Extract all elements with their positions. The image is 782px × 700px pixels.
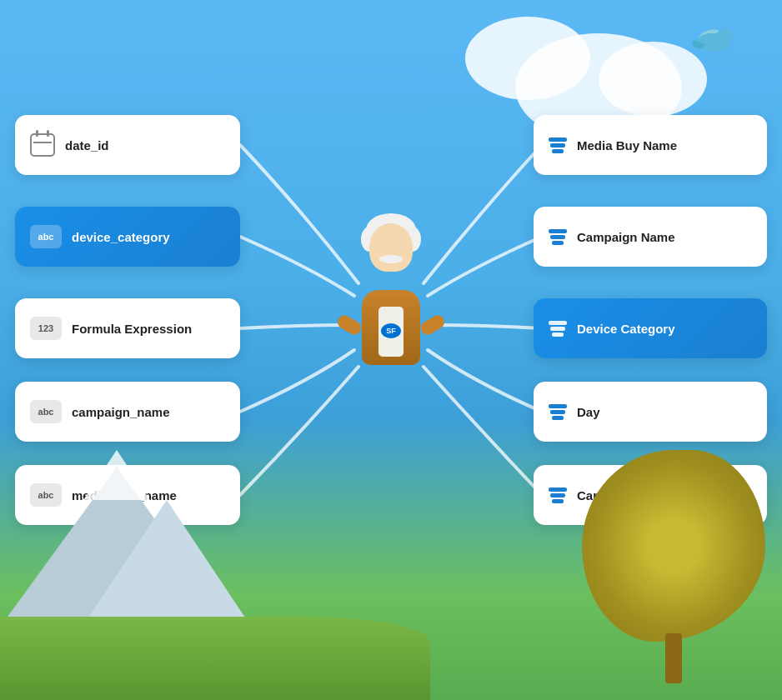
card-media-buy-name-right[interactable]: Media Buy Name [534, 115, 767, 175]
salesforce-logo: SF [381, 323, 401, 338]
card-formula-label: Formula Expression [72, 322, 192, 336]
formula-badge: 123 [30, 317, 62, 340]
card-campaign-name-left-label: campaign_name [72, 405, 170, 419]
einstein-arm-left [335, 312, 363, 337]
tree [582, 450, 765, 683]
stack-icon-day [549, 404, 567, 420]
stack-icon-media-buy [549, 138, 567, 153]
card-device-category-label: device_category [72, 230, 170, 244]
card-device-category[interactable]: abc device_category [15, 207, 240, 267]
stack-icon-device-category [549, 321, 567, 337]
calendar-icon [30, 133, 55, 157]
card-campaign-name-left[interactable]: abc campaign_name [15, 382, 240, 442]
card-day[interactable]: Day [534, 382, 767, 442]
einstein-mustache [379, 255, 403, 263]
card-media-buy-name-right-label: Media Buy Name [577, 138, 677, 152]
bird [690, 23, 736, 61]
einstein-head [369, 223, 413, 272]
card-formula-expression[interactable]: 123 Formula Expression [15, 298, 240, 358]
tree-foliage [582, 450, 765, 642]
cloud-2 [465, 17, 590, 100]
card-campaign-name-right-label: Campaign Name [577, 230, 675, 244]
card-device-category-right-label: Device Category [577, 322, 675, 336]
scene: date_id abc device_category 123 Formula … [0, 0, 782, 700]
card-device-category-right[interactable]: Device Category [534, 298, 767, 358]
mountain-snow [83, 450, 150, 500]
ground [0, 617, 430, 700]
card-date-id[interactable]: date_id [15, 115, 240, 175]
bird-head [716, 28, 733, 43]
device-category-badge: abc [30, 225, 62, 248]
einstein-arm-right [419, 312, 447, 337]
card-day-label: Day [577, 405, 600, 419]
campaign-name-badge: abc [30, 400, 62, 423]
tree-trunk [665, 633, 682, 683]
stack-icon-campaign-name [549, 229, 567, 245]
einstein-body: SF [362, 290, 420, 365]
einstein-figure: SF [341, 223, 441, 365]
card-campaign-name-right[interactable]: Campaign Name [534, 207, 767, 267]
card-date-id-label: date_id [65, 138, 109, 152]
